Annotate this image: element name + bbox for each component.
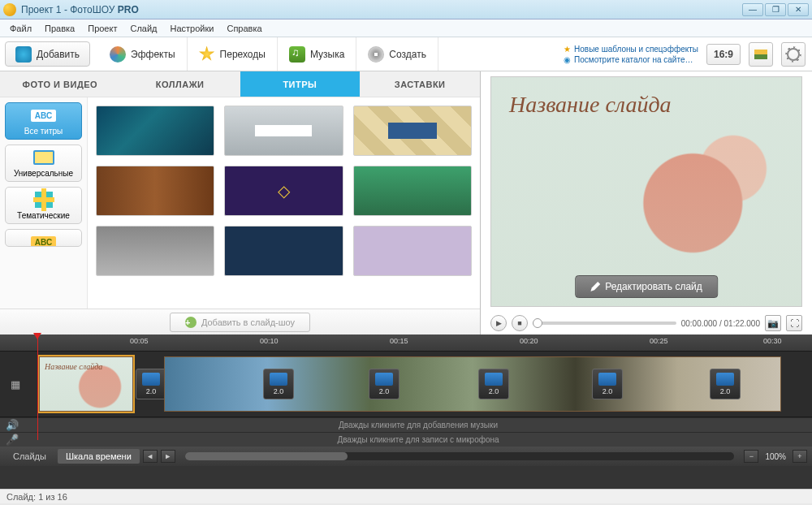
side-all-label: Все титры xyxy=(9,127,78,136)
view-tab-slides[interactable]: Слайды xyxy=(5,449,54,464)
menu-project[interactable]: Проект xyxy=(81,22,123,35)
effects-label: Эффекты xyxy=(131,49,175,60)
abc-icon: ABC xyxy=(31,110,57,122)
gift-icon xyxy=(35,192,53,208)
globe-icon: ◉ xyxy=(564,55,571,64)
title-template[interactable] xyxy=(96,166,214,216)
add-to-slideshow-button[interactable]: + Добавить в слайд-шоу xyxy=(170,313,310,332)
mic-hint: Дважды кликните для записи с микрофона xyxy=(24,435,812,444)
side-thematic[interactable]: Тематические xyxy=(5,187,82,224)
transition-badge[interactable]: 2.0 xyxy=(136,369,166,399)
mic-icon: 🎤 xyxy=(0,434,24,446)
play-button[interactable]: ▶ xyxy=(490,315,507,331)
transition-badge[interactable]: 2.0 xyxy=(478,369,509,399)
transition-badge[interactable]: 2.0 xyxy=(710,369,741,399)
settings-button[interactable] xyxy=(781,42,806,67)
zoom-in-button[interactable]: + xyxy=(793,450,807,463)
star-icon xyxy=(199,46,215,63)
title-template[interactable] xyxy=(224,226,343,276)
transition-duration: 2.0 xyxy=(603,387,613,395)
transition-duration: 2.0 xyxy=(489,387,499,395)
promo-catalog-link[interactable]: Посмотрите каталог на сайте… xyxy=(574,55,693,64)
theme-button[interactable] xyxy=(749,42,773,67)
preview-canvas[interactable]: Название слайда Редактировать слайд xyxy=(490,76,802,307)
transition-badge[interactable]: 2.0 xyxy=(263,369,294,399)
title-template[interactable] xyxy=(353,106,472,156)
video-track-icon: ▦ xyxy=(3,378,28,391)
timeline-clip[interactable]: Название слайда xyxy=(39,356,133,412)
title-template[interactable] xyxy=(96,106,214,156)
music-button[interactable]: Музыка xyxy=(278,37,356,71)
title-template[interactable] xyxy=(96,226,214,276)
view-tab-timeline[interactable]: Шкала времени xyxy=(58,449,140,464)
camera-icon xyxy=(15,46,32,63)
maximize-button[interactable]: ❐ xyxy=(765,3,786,16)
ruler-tick: 00:05 xyxy=(130,337,149,345)
add-bar: + Добавить в слайд-шоу xyxy=(0,309,480,335)
video-track[interactable]: ▦ Название слайда 2.0 2.0 2.0 2.0 2.0 2.… xyxy=(0,351,812,417)
snapshot-button[interactable]: 📷 xyxy=(765,315,781,331)
timeline-scrollbar[interactable] xyxy=(185,452,735,460)
side-thematic-label: Тематические xyxy=(9,211,78,220)
seek-bar[interactable] xyxy=(533,322,676,325)
side-more[interactable]: ABC xyxy=(5,229,82,247)
minimize-button[interactable]: — xyxy=(742,3,763,16)
window-controls: — ❐ ✕ xyxy=(742,3,809,16)
tab-photo-video[interactable]: ФОТО И ВИДЕО xyxy=(0,71,120,97)
title-template[interactable] xyxy=(353,166,472,216)
edit-slide-button[interactable]: Редактировать слайд xyxy=(575,275,718,298)
add-button[interactable]: Добавить xyxy=(5,41,90,67)
transitions-label: Переходы xyxy=(220,49,266,60)
timeline-clip[interactable] xyxy=(164,356,781,412)
menu-help[interactable]: Справка xyxy=(220,22,268,35)
effects-button[interactable]: Эффекты xyxy=(98,37,188,71)
scrollbar-thumb[interactable] xyxy=(185,452,348,460)
seek-thumb[interactable] xyxy=(533,318,542,328)
ruler-tick: 00:10 xyxy=(260,337,279,345)
music-label: Музыка xyxy=(310,49,344,60)
ruler-tick: 00:30 xyxy=(763,337,782,345)
title-template[interactable] xyxy=(224,166,343,216)
playhead[interactable] xyxy=(37,335,38,440)
plus-icon: + xyxy=(185,317,197,328)
music-icon xyxy=(289,46,305,63)
tab-titles[interactable]: ТИТРЫ xyxy=(240,71,361,97)
stop-button[interactable]: ■ xyxy=(512,315,528,331)
promo-templates-link[interactable]: Новые шаблоны и спецэффекты xyxy=(574,45,698,54)
transitions-button[interactable]: Переходы xyxy=(188,37,278,71)
menu-slide[interactable]: Слайд xyxy=(123,22,163,35)
window-title: Проект 1 - ФотоШОУ PRO xyxy=(21,4,139,15)
zoom-out-button[interactable]: − xyxy=(744,450,758,463)
create-button[interactable]: Создать xyxy=(356,37,438,71)
category-tabs: ФОТО И ВИДЕО КОЛЛАЖИ ТИТРЫ ЗАСТАВКИ xyxy=(0,71,480,97)
time-ruler[interactable]: 00:05 00:10 00:15 00:20 00:25 00:30 xyxy=(0,335,812,351)
side-all-titles[interactable]: ABC Все титры xyxy=(5,102,82,140)
title-template[interactable] xyxy=(353,226,472,276)
mic-track[interactable]: 🎤 Дважды кликните для записи с микрофона xyxy=(0,432,812,447)
aspect-ratio-button[interactable]: 16:9 xyxy=(706,44,741,65)
tab-collages[interactable]: КОЛЛАЖИ xyxy=(120,71,240,97)
ruler-tick: 00:25 xyxy=(650,337,668,345)
transition-badge[interactable]: 2.0 xyxy=(592,369,623,399)
transition-badge[interactable]: 2.0 xyxy=(369,369,400,399)
menu-file[interactable]: Файл xyxy=(3,22,38,35)
transition-duration: 2.0 xyxy=(146,387,157,395)
side-universal-label: Универсальные xyxy=(9,169,78,178)
scroll-left-button[interactable]: ◄ xyxy=(143,450,158,463)
scroll-right-button[interactable]: ► xyxy=(161,450,175,463)
transition-icon xyxy=(598,373,616,386)
menu-settings[interactable]: Настройки xyxy=(164,22,221,35)
title-thumbnails xyxy=(88,97,480,309)
tab-intros[interactable]: ЗАСТАВКИ xyxy=(360,71,480,97)
time-display: 00:00.000 / 01:22.000 xyxy=(681,319,760,328)
transition-icon xyxy=(142,373,160,386)
side-universal[interactable]: Универсальные xyxy=(5,145,82,182)
close-button[interactable]: ✕ xyxy=(788,3,809,16)
menubar: Файл Правка Проект Слайд Настройки Справ… xyxy=(0,19,812,37)
title-categories: ABC Все титры Универсальные Тематические… xyxy=(0,97,88,309)
title-template[interactable] xyxy=(224,106,343,156)
fullscreen-button[interactable]: ⛶ xyxy=(786,315,802,331)
main-toolbar: Добавить Эффекты Переходы Музыка Создать… xyxy=(0,37,812,71)
audio-track[interactable]: 🔊 Дважды кликните для добавления музыки xyxy=(0,417,812,432)
menu-edit[interactable]: Правка xyxy=(38,22,81,35)
